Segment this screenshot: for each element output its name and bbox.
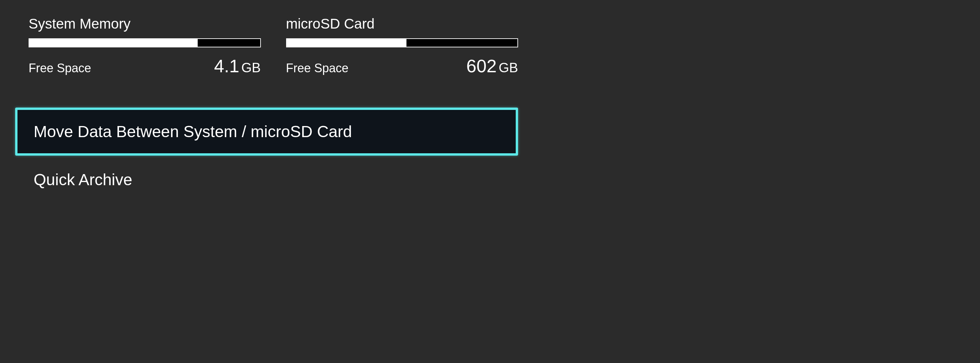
free-space-unit: GB — [242, 60, 261, 75]
storage-usage-bar — [286, 38, 519, 48]
storage-info: Free Space 4.1 GB — [29, 56, 261, 76]
storage-usage-bar — [29, 38, 261, 48]
free-space-unit: GB — [499, 60, 518, 75]
storage-usage-fill — [29, 39, 198, 47]
storage-usage-fill — [287, 39, 407, 47]
storage-title: System Memory — [29, 16, 261, 32]
free-space-number: 4.1 — [214, 56, 239, 76]
free-space-label: Free Space — [286, 61, 348, 75]
menu: Move Data Between System / microSD Card … — [15, 108, 518, 204]
free-space-value: 4.1 GB — [214, 56, 261, 76]
free-space-value: 602 GB — [466, 56, 518, 76]
storage-block-microsd: microSD Card Free Space 602 GB — [286, 16, 519, 76]
storage-info: Free Space 602 GB — [286, 56, 519, 76]
storage-row: System Memory Free Space 4.1 GB microSD … — [29, 16, 518, 76]
storage-settings-panel: System Memory Free Space 4.1 GB microSD … — [0, 0, 533, 193]
storage-block-system: System Memory Free Space 4.1 GB — [29, 16, 261, 76]
menu-item-quick-archive[interactable]: Quick Archive — [15, 156, 518, 204]
menu-item-label: Move Data Between System / microSD Card — [33, 123, 352, 141]
menu-item-label: Quick Archive — [33, 170, 132, 189]
free-space-label: Free Space — [29, 61, 91, 75]
menu-item-move-data[interactable]: Move Data Between System / microSD Card — [15, 108, 518, 156]
free-space-number: 602 — [466, 56, 496, 76]
storage-title: microSD Card — [286, 16, 519, 32]
